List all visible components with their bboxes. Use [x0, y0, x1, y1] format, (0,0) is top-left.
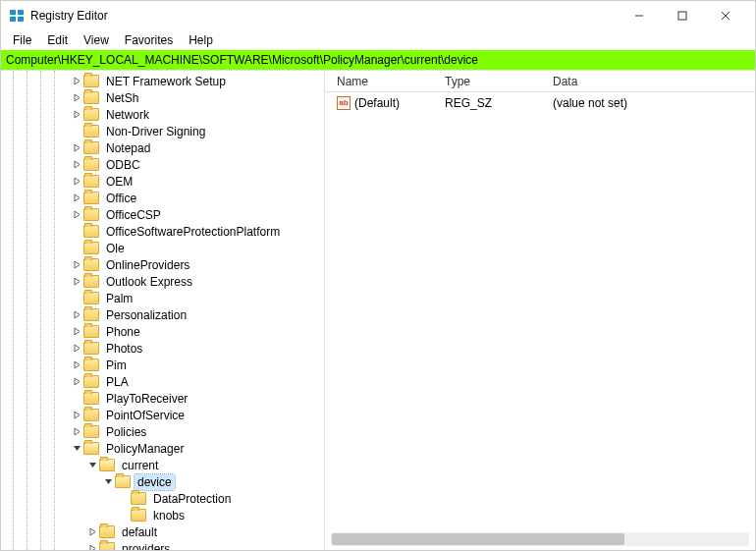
tree-item[interactable]: device	[1, 473, 324, 490]
chevron-down-icon[interactable]	[85, 459, 99, 472]
menu-file[interactable]: File	[5, 31, 39, 49]
menu-help[interactable]: Help	[181, 31, 221, 49]
tree-item[interactable]: Policies	[1, 423, 324, 440]
folder-icon	[83, 141, 99, 154]
folder-icon	[99, 525, 115, 538]
folder-icon	[83, 175, 99, 188]
tree-item-label: knobs	[150, 508, 188, 523]
chevron-right-icon[interactable]	[70, 409, 83, 422]
content-area: NET Framework SetupNetShNetworkNon-Drive…	[1, 70, 755, 550]
chevron-right-icon[interactable]	[70, 208, 83, 222]
tree-item-label: default	[119, 524, 160, 540]
folder-icon	[115, 475, 131, 488]
tree-item[interactable]: OnlineProviders	[1, 256, 324, 273]
chevron-right-icon[interactable]	[70, 158, 83, 172]
svg-rect-2	[10, 17, 16, 22]
tree-item[interactable]: current	[1, 457, 324, 473]
tree-item[interactable]: DataProtection	[1, 490, 324, 507]
tree-item[interactable]: PointOfService	[1, 407, 324, 423]
minimize-button[interactable]	[618, 1, 661, 30]
tree-item[interactable]: Ole	[1, 240, 324, 256]
chevron-right-icon[interactable]	[70, 375, 83, 389]
chevron-right-icon[interactable]	[70, 75, 83, 88]
folder-icon	[83, 208, 99, 221]
tree-item-label: NetSh	[103, 90, 141, 106]
string-value-icon	[337, 96, 351, 110]
tree-item-label: Notepad	[103, 140, 153, 156]
tree-item[interactable]: ODBC	[1, 156, 324, 173]
tree-item-label: Phone	[103, 324, 143, 340]
tree-item[interactable]: Phone	[1, 323, 324, 340]
tree-item[interactable]: PlayToReceiver	[1, 390, 324, 407]
col-header-data[interactable]: Data	[547, 72, 755, 91]
chevron-right-icon[interactable]	[70, 258, 83, 272]
folder-icon	[83, 342, 99, 355]
tree-item[interactable]: Non-Driver Signing	[1, 123, 324, 139]
chevron-right-icon[interactable]	[70, 141, 83, 155]
maximize-button[interactable]	[661, 1, 704, 30]
chevron-right-icon[interactable]	[85, 525, 99, 539]
tree-item-label: Office	[103, 191, 139, 206]
folder-icon	[99, 459, 115, 471]
tree-item[interactable]: Office	[1, 190, 324, 206]
list-row[interactable]: (Default)REG_SZ(value not set)	[325, 94, 755, 112]
folder-icon	[83, 275, 99, 288]
chevron-right-icon[interactable]	[85, 542, 99, 551]
scrollbar-thumb[interactable]	[332, 533, 624, 545]
chevron-right-icon[interactable]	[70, 108, 83, 122]
folder-icon	[83, 258, 99, 271]
tree-item[interactable]: providers	[1, 540, 324, 550]
tree-item[interactable]: Photos	[1, 340, 324, 357]
tree-pane[interactable]: NET Framework SetupNetShNetworkNon-Drive…	[1, 71, 325, 550]
menu-view[interactable]: View	[76, 31, 117, 49]
tree-item[interactable]: Palm	[1, 290, 324, 306]
value-data-cell: (value not set)	[547, 96, 755, 110]
tree-item[interactable]: default	[1, 523, 324, 540]
tree-item[interactable]: PolicyManager	[1, 440, 324, 457]
list-pane[interactable]: Name Type Data (Default)REG_SZ(value not…	[325, 71, 755, 550]
chevron-right-icon[interactable]	[70, 275, 83, 289]
address-input[interactable]	[6, 53, 750, 67]
tree-item[interactable]: OfficeCSP	[1, 206, 324, 223]
tree-item[interactable]: PLA	[1, 373, 324, 390]
close-button[interactable]	[704, 1, 747, 30]
menu-favorites[interactable]: Favorites	[117, 31, 181, 49]
svg-rect-1	[18, 10, 24, 15]
tree-item[interactable]: Notepad	[1, 139, 324, 156]
tree-item[interactable]: Network	[1, 106, 324, 123]
registry-tree: NET Framework SetupNetShNetworkNon-Drive…	[1, 73, 324, 550]
tree-item-label: providers	[119, 541, 173, 551]
tree-item[interactable]: NetSh	[1, 89, 324, 106]
chevron-right-icon[interactable]	[70, 192, 83, 205]
tree-item[interactable]: NET Framework Setup	[1, 73, 324, 89]
chevron-down-icon[interactable]	[101, 475, 115, 489]
svg-rect-3	[18, 17, 24, 22]
chevron-right-icon[interactable]	[70, 425, 83, 439]
folder-icon	[99, 542, 115, 550]
folder-icon	[83, 225, 99, 238]
tree-item[interactable]: knobs	[1, 507, 324, 523]
chevron-down-icon[interactable]	[70, 442, 83, 456]
folder-icon	[83, 292, 99, 304]
list-horizontal-scrollbar[interactable]	[331, 532, 749, 546]
chevron-right-icon[interactable]	[70, 325, 83, 339]
tree-item-label: DataProtection	[150, 491, 234, 507]
chevron-right-icon[interactable]	[70, 358, 83, 372]
tree-item[interactable]: OfficeSoftwareProtectionPlatform	[1, 223, 324, 240]
col-header-type[interactable]: Type	[439, 72, 547, 91]
tree-item-label: Personalization	[103, 307, 189, 323]
chevron-right-icon[interactable]	[70, 342, 83, 356]
chevron-right-icon[interactable]	[70, 308, 83, 322]
tree-item-label: PlayToReceiver	[103, 391, 190, 407]
tree-item[interactable]: Personalization	[1, 306, 324, 323]
menu-edit[interactable]: Edit	[39, 31, 76, 49]
col-header-name[interactable]: Name	[331, 72, 439, 91]
chevron-right-icon[interactable]	[70, 175, 83, 189]
chevron-right-icon[interactable]	[70, 91, 83, 105]
folder-icon	[83, 425, 99, 438]
tree-item[interactable]: Outlook Express	[1, 273, 324, 290]
tree-item[interactable]: Pim	[1, 357, 324, 373]
tree-item[interactable]: OEM	[1, 173, 324, 190]
menu-bar: File Edit View Favorites Help	[1, 30, 755, 50]
folder-icon	[131, 492, 146, 505]
